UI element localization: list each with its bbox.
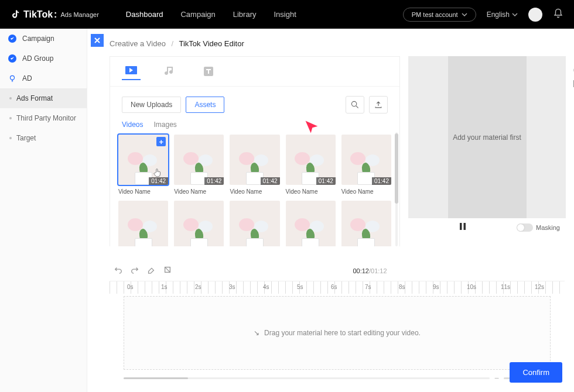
account-selector[interactable]: PM test account <box>403 8 476 22</box>
sidebar-sub-monitor[interactable]: Third Party Monitor <box>0 108 87 128</box>
svg-rect-6 <box>463 223 466 230</box>
drop-hint: Drag your material here to start editing… <box>264 329 421 337</box>
nav-library[interactable]: Library <box>233 10 257 19</box>
undo-button[interactable] <box>114 266 122 276</box>
video-icon <box>125 66 138 75</box>
video-thumb[interactable]: + 01:42 Video Name <box>118 135 168 195</box>
type-tab-videos[interactable]: Videos <box>122 121 143 129</box>
zoom-out-button[interactable]: − <box>494 373 499 383</box>
check-icon <box>8 35 16 43</box>
check-icon <box>8 54 16 63</box>
duration-badge: 01:42 <box>149 177 168 185</box>
erase-icon[interactable] <box>572 62 574 73</box>
insert-arrow-icon: ↘ <box>254 329 259 337</box>
mode-video[interactable] <box>122 66 141 80</box>
timeline-dropzone[interactable]: ↘ Drag your material here to start editi… <box>124 296 551 370</box>
expand-icon[interactable] <box>572 78 574 89</box>
duration-badge: 01:42 <box>372 177 391 185</box>
preview-placeholder: Add your material first <box>453 133 521 142</box>
video-thumb[interactable]: 01:42Video Name <box>174 135 224 195</box>
confirm-button[interactable]: Confirm <box>510 362 562 383</box>
redo-button[interactable] <box>131 266 139 276</box>
ruler-tick: 8s <box>399 284 405 290</box>
undo-icon <box>114 266 122 274</box>
redo-icon <box>131 266 139 274</box>
asset-scrollbar[interactable] <box>395 132 398 246</box>
source-tab-new[interactable]: New Uploads <box>122 97 181 113</box>
chevron-down-icon <box>512 12 518 18</box>
search-icon <box>351 101 359 109</box>
music-icon <box>165 66 175 77</box>
upload-button[interactable] <box>369 96 388 114</box>
sidebar-sub-adsformat[interactable]: Ads Format <box>0 88 87 108</box>
erase-button[interactable] <box>147 266 155 276</box>
pause-icon <box>459 222 467 231</box>
source-tab-assets[interactable]: Assets <box>186 97 224 113</box>
brand-logo: TikTok : Ads Manager <box>11 9 99 20</box>
video-thumb[interactable]: 01:42Video Name <box>230 135 279 195</box>
notification-icon[interactable] <box>553 8 563 21</box>
ruler-tick: 1s <box>161 284 168 290</box>
timeline-scroll[interactable] <box>124 377 490 379</box>
sidebar: Campaign AD Group AD Ads Format Third Pa… <box>0 29 87 392</box>
preview-area: Add your material first <box>408 56 566 218</box>
masking-toggle[interactable]: Masking <box>517 223 560 232</box>
type-tab-images[interactable]: Images <box>153 121 176 129</box>
nav-dashboard[interactable]: Dashboard <box>126 10 163 19</box>
chevron-down-icon <box>462 12 467 18</box>
language-label: English <box>487 11 510 19</box>
bulb-icon <box>8 74 16 82</box>
video-thumb[interactable] <box>286 201 336 246</box>
video-thumb[interactable] <box>341 201 391 246</box>
erase-icon <box>147 266 155 274</box>
video-thumb[interactable] <box>118 201 168 246</box>
crop-button[interactable] <box>163 266 172 276</box>
duration-badge: 01:42 <box>204 177 224 185</box>
ruler-tick: 3s <box>229 284 235 290</box>
timeline-ruler[interactable]: 0s 1s 2s 3s 4s 5s 6s 7s 8s 9s 10s 11s 12… <box>110 281 565 294</box>
breadcrumb-parent[interactable]: Creative a Video <box>110 39 166 48</box>
ruler-tick: 12s <box>535 284 544 290</box>
text-icon <box>204 67 213 76</box>
top-nav: Dashboard Campaign Library Insight <box>126 10 296 19</box>
duration-badge: 01:42 <box>261 177 280 185</box>
mode-text[interactable] <box>199 66 218 80</box>
close-panel-button[interactable] <box>91 34 104 47</box>
video-name: Video Name <box>341 188 391 195</box>
nav-campaign[interactable]: Campaign <box>180 10 215 19</box>
video-thumb[interactable] <box>174 201 224 246</box>
ruler-tick: 9s <box>433 284 439 290</box>
tiktok-icon <box>11 9 21 20</box>
toggle-switch[interactable] <box>517 223 533 232</box>
ruler-tick: 2s <box>195 284 201 290</box>
video-thumb[interactable]: 01:42Video Name <box>286 135 336 195</box>
video-thumb[interactable] <box>230 201 279 246</box>
close-icon <box>94 37 101 44</box>
sidebar-label: Campaign <box>22 35 54 43</box>
account-name: PM test account <box>412 11 458 18</box>
time-display: 00:12/01:12 <box>353 267 387 274</box>
video-thumb[interactable]: 01:42Video Name <box>341 135 391 195</box>
language-selector[interactable]: English <box>487 11 518 19</box>
time-current: 00:12 <box>353 267 369 274</box>
svg-rect-5 <box>460 223 462 230</box>
ruler-tick: 5s <box>297 284 303 290</box>
avatar[interactable] <box>528 8 542 22</box>
upload-icon <box>374 101 382 109</box>
breadcrumb: Creative a Video / TikTok Video Editor <box>87 29 574 56</box>
sidebar-item-campaign[interactable]: Campaign <box>0 29 87 49</box>
sidebar-label: AD <box>22 74 32 82</box>
mode-music[interactable] <box>160 66 179 80</box>
search-button[interactable] <box>346 96 364 114</box>
video-name: Video Name <box>286 188 336 195</box>
svg-point-3 <box>351 101 356 106</box>
sidebar-item-ad[interactable]: AD <box>0 68 87 88</box>
add-media-button[interactable]: + <box>156 137 166 146</box>
ruler-tick: 4s <box>263 284 269 290</box>
sidebar-sub-target[interactable]: Target <box>0 128 87 148</box>
nav-insight[interactable]: Insight <box>274 10 296 19</box>
masking-label: Masking <box>536 224 560 231</box>
duration-badge: 01:42 <box>316 177 336 185</box>
sidebar-item-adgroup[interactable]: AD Group <box>0 49 87 68</box>
pause-button[interactable] <box>459 222 467 233</box>
